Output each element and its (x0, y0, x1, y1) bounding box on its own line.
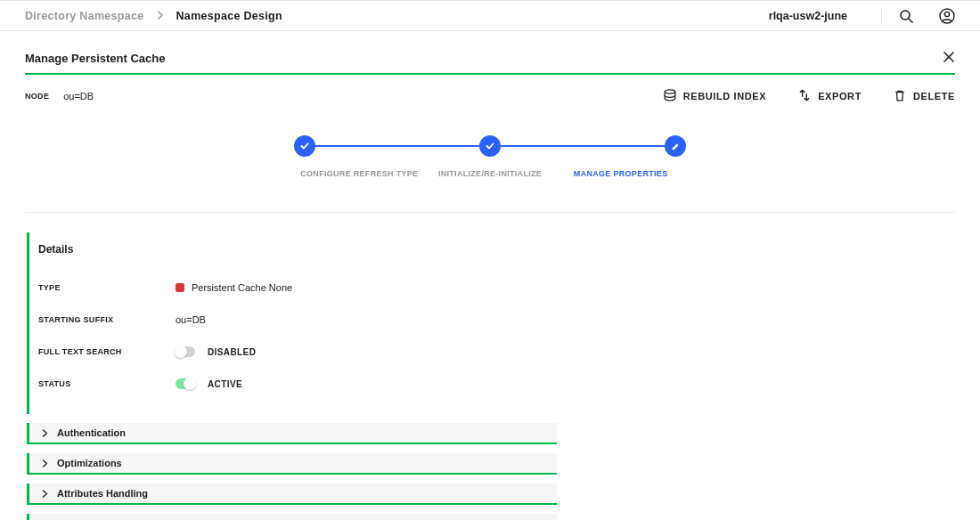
database-icon (664, 89, 676, 103)
page-title-row: Manage Persistent Cache (0, 31, 980, 73)
rebuild-index-button[interactable]: REBUILD INDEX (664, 89, 766, 103)
node-info: NODE ou=DB (25, 91, 94, 102)
details-title: Details (38, 243, 557, 272)
cache-type-icon (176, 283, 184, 292)
node-value: ou=DB (63, 91, 94, 102)
export-button[interactable]: EXPORT (798, 89, 862, 103)
import-export-icon (798, 89, 811, 103)
trash-icon (894, 89, 906, 103)
details-panel: Details TYPE Persistent Cache None START… (27, 232, 557, 414)
full-text-search-label: FULL TEXT SEARCH (38, 347, 176, 356)
content-panels: Details TYPE Persistent Cache None START… (0, 213, 980, 520)
node-label: NODE (25, 92, 49, 101)
step-connector (501, 145, 665, 147)
svg-point-7 (673, 149, 674, 150)
step-1-circle[interactable] (294, 135, 315, 157)
full-text-search-toggle[interactable] (176, 346, 195, 357)
page-actions: REBUILD INDEX EXPORT DELETE (664, 89, 955, 103)
environment-label: rlqa-usw2-june (769, 10, 847, 22)
wizard-stepper: CONFIGURE REFRESH TYPE INITIALIZE/RE-INI… (0, 103, 980, 187)
suffix-label: STARTING SUFFIX (38, 315, 176, 324)
close-icon[interactable] (943, 51, 955, 66)
step-3-label[interactable]: MANAGE PROPERTIES (555, 169, 686, 178)
chevron-right-icon (42, 429, 48, 437)
status-state: ACTIVE (208, 379, 242, 389)
accordion-optimizations[interactable]: Optimizations (27, 453, 557, 475)
svg-line-1 (909, 19, 912, 22)
node-actions-row: NODE ou=DB REBUILD INDEX EXPORT DELETE (0, 75, 980, 103)
svg-point-6 (665, 90, 675, 93)
step-2-label[interactable]: INITIALIZE/RE-INITIALIZE (425, 169, 556, 178)
step-2-circle[interactable] (479, 135, 501, 157)
accordion-list: Authentication Optimizations Attributes … (27, 423, 557, 520)
breadcrumb-parent[interactable]: Directory Namespace (25, 10, 144, 22)
status-label: STATUS (38, 379, 176, 388)
status-toggle[interactable] (176, 378, 195, 389)
svg-point-3 (944, 12, 949, 16)
accordion-title: Attributes Handling (57, 488, 148, 499)
accordion-replication[interactable]: Replication (27, 514, 557, 520)
accordion-title: Authentication (57, 427, 126, 438)
chevron-right-icon (42, 459, 48, 467)
accordion-title: Optimizations (57, 458, 122, 468)
detail-row-search: FULL TEXT SEARCH DISABLED (38, 336, 557, 368)
export-label: EXPORT (818, 91, 862, 102)
accordion-authentication[interactable]: Authentication (27, 423, 557, 444)
type-value: Persistent Cache None (176, 282, 292, 293)
breadcrumb-current[interactable]: Namespace Design (176, 10, 282, 22)
accordion-attributes-handling[interactable]: Attributes Handling (27, 483, 557, 505)
type-value-text: Persistent Cache None (192, 282, 292, 293)
full-text-search-state: DISABLED (208, 347, 256, 357)
delete-button[interactable]: DELETE (894, 89, 955, 103)
divider (881, 8, 882, 24)
rebuild-index-label: REBUILD INDEX (683, 91, 766, 102)
user-account-icon[interactable] (939, 8, 955, 24)
step-connector (315, 145, 479, 147)
detail-row-type: TYPE Persistent Cache None (38, 272, 557, 304)
breadcrumb: Directory Namespace Namespace Design (25, 10, 769, 22)
search-icon[interactable] (898, 8, 914, 24)
chevron-right-icon (42, 490, 48, 498)
page-title: Manage Persistent Cache (25, 52, 166, 65)
step-1-label[interactable]: CONFIGURE REFRESH TYPE (294, 169, 425, 178)
type-label: TYPE (38, 283, 176, 292)
detail-row-status: STATUS ACTIVE (38, 368, 557, 400)
step-3-circle[interactable] (665, 135, 686, 157)
suffix-value: ou=DB (176, 314, 206, 325)
header-icons (898, 8, 955, 24)
delete-label: DELETE (913, 91, 955, 102)
chevron-right-icon (157, 10, 164, 22)
detail-row-suffix: STARTING SUFFIX ou=DB (38, 304, 557, 336)
app-header: Directory Namespace Namespace Design rlq… (0, 0, 980, 31)
